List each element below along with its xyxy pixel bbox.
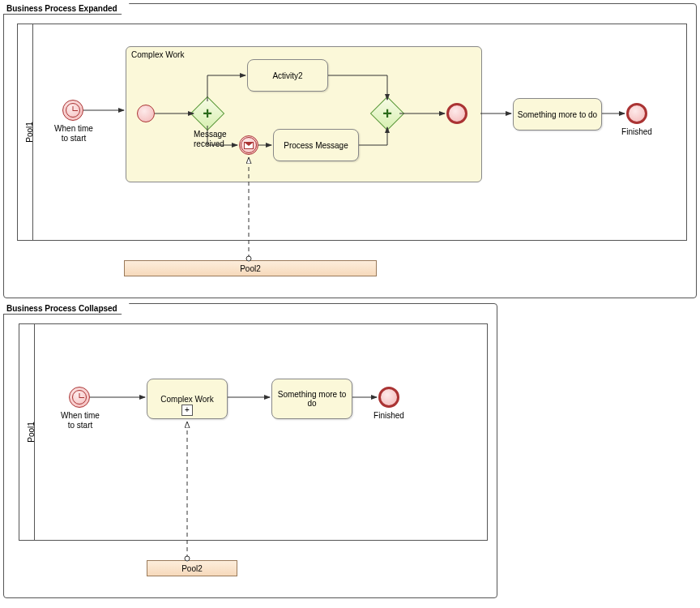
pool2-label-expanded: Pool2 <box>240 264 261 273</box>
plus-icon: + <box>382 105 392 122</box>
activity-process-message[interactable]: Process Message <box>273 129 359 161</box>
activity-label: Complex Work <box>160 395 213 404</box>
end-event-finished-collapsed[interactable] <box>378 387 399 408</box>
plus-icon: + <box>203 105 212 122</box>
finished-label-collapsed: Finished <box>369 411 409 421</box>
gateway-join[interactable]: + <box>375 101 399 126</box>
subprocess-end-event[interactable] <box>446 103 467 124</box>
clock-icon <box>72 390 87 405</box>
activity-something-more-expanded[interactable]: Something more to do <box>513 98 602 131</box>
activity-label: Something more to do <box>518 110 597 119</box>
subprocess-start-event[interactable] <box>137 105 155 122</box>
activity-complex-work-collapsed[interactable]: Complex Work + <box>147 379 228 419</box>
message-intermediate-event[interactable] <box>239 135 258 155</box>
activity-label: Something more to do <box>274 390 350 408</box>
gateway-split[interactable]: + <box>195 101 220 126</box>
pool2-expanded[interactable]: Pool2 <box>124 260 377 276</box>
frame-expanded: Business Process Expanded Pool1 When tim… <box>3 3 697 298</box>
frame-collapsed: Business Process Collapsed Pool1 When ti… <box>3 303 497 598</box>
subprocess-title: Complex Work <box>131 50 184 59</box>
pool1-bar-collapsed: Pool1 <box>19 323 35 541</box>
pool2-label-collapsed: Pool2 <box>181 564 203 573</box>
pool1-bar-expanded: Pool1 <box>17 24 33 241</box>
activity-label: Activity2 <box>272 71 302 80</box>
end-event-finished-expanded[interactable] <box>626 103 647 124</box>
pool2-collapsed[interactable]: Pool2 <box>147 560 237 576</box>
diagram-canvas: Business Process Expanded Pool1 When tim… <box>0 0 700 608</box>
lane-collapsed <box>34 323 488 541</box>
finished-label-expanded: Finished <box>617 127 657 137</box>
activity-something-more-collapsed[interactable]: Something more to do <box>271 379 352 419</box>
activity-label: Process Message <box>284 141 348 150</box>
activity-activity2[interactable]: Activity2 <box>247 59 328 92</box>
timer-start-event-expanded[interactable] <box>62 100 83 121</box>
timer-start-event-collapsed[interactable] <box>69 387 90 408</box>
timer-start-label-expanded: When time to start <box>51 124 96 143</box>
clock-icon <box>66 103 80 118</box>
collapse-marker-icon: + <box>181 405 193 416</box>
envelope-icon <box>244 142 254 149</box>
frame-collapsed-title: Business Process Collapsed <box>3 303 130 315</box>
timer-start-label-collapsed: When time to start <box>58 411 103 430</box>
frame-expanded-title: Business Process Expanded <box>3 3 130 15</box>
